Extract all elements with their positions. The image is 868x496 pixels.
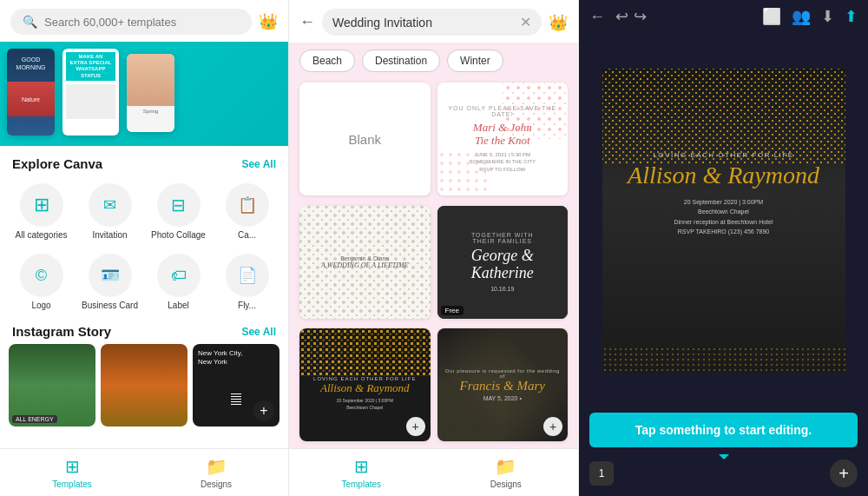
mid-search-wrap: Wedding Invitation ✕: [322, 9, 542, 36]
canvas-text-content: LOVING EACH OTHER FOR LIFE Allison & Ray…: [614, 151, 833, 237]
templates-icon-mid: ⊞: [354, 456, 369, 477]
mid-title: Wedding Invitation: [332, 16, 513, 30]
hero-card-3-img: [127, 54, 174, 106]
label-icon: 🏷: [157, 254, 201, 297]
template-grid: Blank YOU ONLY PLEASE SAVE THE DATE! Mar…: [289, 79, 578, 448]
add-button-card-4[interactable]: +: [406, 417, 425, 436]
explore-section-header: Explore Canva See All: [0, 146, 288, 178]
hero-card-1-text: GOOD MORNING: [7, 49, 55, 78]
template-card-2[interactable]: Benjamin & Diana A WEDDING OF A LIFETIME: [299, 206, 431, 319]
search-bar: 🔍 👑: [0, 0, 288, 42]
crown-icon: 👑: [259, 12, 278, 31]
category-logo[interactable]: © Logo: [9, 248, 74, 315]
templates-icon-left: ⊞: [65, 456, 80, 477]
template-blank[interactable]: Blank: [299, 83, 431, 195]
hero-card-1: GOOD MORNING Nature: [7, 49, 55, 136]
instagram-card-2[interactable]: [101, 344, 187, 427]
left-bottom-nav: ⊞ Templates 📁 Designs: [0, 448, 288, 496]
nav-templates-mid[interactable]: ⊞ Templates: [289, 449, 434, 496]
canvas-details: 20 September 2020 | 3:00PM Beechtown Cha…: [628, 197, 819, 236]
template-card-3[interactable]: TOGETHER WITHTHEIR FAMILIES George &Kath…: [437, 206, 569, 319]
filter-destination[interactable]: Destination: [362, 50, 440, 72]
instagram-row: ALL ENERGY New York City,New York +: [0, 344, 288, 427]
explore-title: Explore Canva: [12, 156, 102, 171]
category-business-card-label: Business Card: [82, 301, 138, 310]
designs-label-left: Designs: [201, 479, 232, 489]
search-input[interactable]: [44, 16, 240, 29]
canvas-main-name: Allison & Raymond: [628, 162, 819, 189]
search-icon: 🔍: [23, 15, 37, 29]
category-photo-collage-label: Photo Collage: [151, 230, 206, 240]
download-icon[interactable]: ⬇: [821, 7, 834, 26]
page-number-badge: 1: [589, 461, 614, 486]
filter-beach[interactable]: Beach: [299, 50, 355, 72]
instagram-title: Instagram Story: [12, 324, 111, 339]
designs-icon-left: 📁: [206, 456, 227, 477]
tooltip-triangle: [719, 454, 729, 460]
mid-bottom-nav: ⊞ Templates 📁 Designs: [289, 448, 578, 496]
nav-designs-left[interactable]: 📁 Designs: [144, 449, 288, 496]
hero-badge-text: MAKE AN EXTRA SPECIAL WHATSAPP STATUS: [66, 52, 115, 81]
insta-3-text: New York City,New York: [193, 344, 279, 373]
category-fly[interactable]: 📄 Fly...: [214, 248, 279, 315]
photo-collage-icon: ⊟: [157, 183, 201, 227]
category-fly-label: Fly...: [238, 301, 256, 310]
category-invitation[interactable]: ✉ Invitation: [77, 178, 142, 245]
filter-winter[interactable]: Winter: [447, 50, 503, 72]
template-card-4[interactable]: LOVING EACH OTHER FOR LIFE Allison & Ray…: [299, 328, 431, 441]
logo-icon: ©: [20, 254, 63, 297]
tap-container: Tap something to start editing.: [579, 407, 868, 454]
plus-button-insta[interactable]: +: [253, 400, 274, 421]
search-input-wrap[interactable]: 🔍: [10, 9, 252, 35]
category-all-label: All categories: [15, 230, 67, 240]
designs-label-mid: Designs: [490, 479, 522, 489]
upload-icon[interactable]: ⬆: [845, 7, 858, 26]
designs-icon-mid: 📁: [495, 456, 516, 477]
category-grid: ⊞ All categories ✉ Invitation ⊟ Photo Co…: [0, 178, 288, 315]
instagram-card-3[interactable]: New York City,New York +: [193, 344, 279, 427]
right-header: ← ↩ ↪ ⬜ 👥 ⬇ ⬆: [579, 0, 868, 33]
category-label-label: Label: [168, 301, 188, 310]
tap-banner[interactable]: Tap something to start editing.: [589, 413, 858, 447]
category-business-card[interactable]: 🪪 Business Card: [77, 248, 142, 315]
filter-row: Beach Destination Winter: [289, 43, 578, 79]
clear-button[interactable]: ✕: [520, 14, 531, 30]
canvas-card[interactable]: LOVING EACH OTHER FOR LIFE Allison & Ray…: [602, 69, 845, 373]
right-plus-button[interactable]: +: [830, 460, 858, 487]
right-header-icons: ⬜ 👥 ⬇ ⬆: [762, 7, 858, 26]
hero-banner: GOOD MORNING Nature MAKE AN EXTRA SPECIA…: [0, 42, 288, 146]
instagram-section-header: Instagram Story See All: [0, 315, 288, 344]
right-bottom: 1 +: [579, 454, 868, 496]
back-button-mid[interactable]: ←: [299, 13, 315, 31]
right-panel: ← ↩ ↪ ⬜ 👥 ⬇ ⬆ LOVING EACH OTHER FOR LIFE…: [579, 0, 868, 496]
free-badge-3: Free: [441, 306, 464, 315]
category-all[interactable]: ⊞ All categories: [9, 178, 74, 245]
category-invitation-label: Invitation: [92, 230, 127, 240]
see-all-instagram[interactable]: See All: [241, 326, 276, 338]
nav-templates-left[interactable]: ⊞ Templates: [0, 449, 144, 496]
all-categories-icon: ⊞: [20, 183, 63, 227]
templates-label-mid: Templates: [341, 479, 381, 489]
middle-panel: ← Wedding Invitation ✕ 👑 Beach Destinati…: [289, 0, 579, 496]
redo-icon[interactable]: ↪: [634, 7, 647, 26]
undo-icon[interactable]: ↩: [615, 7, 628, 26]
nav-designs-mid[interactable]: 📁 Designs: [434, 449, 579, 496]
crown-icon-mid: 👑: [549, 13, 568, 32]
template-card-1[interactable]: YOU ONLY PLEASE SAVE THE DATE! Mari & Jo…: [437, 83, 569, 195]
category-label[interactable]: 🏷 Label: [146, 248, 211, 315]
templates-label-left: Templates: [52, 479, 92, 489]
gold-dots-decoration: [602, 69, 845, 164]
copy-icon[interactable]: ⬜: [762, 7, 781, 26]
back-button-right[interactable]: ←: [589, 8, 605, 26]
business-card-icon: 🪪: [89, 254, 132, 297]
template-card-5[interactable]: Our pleasure is requested for the weddin…: [437, 328, 569, 441]
category-photo-collage[interactable]: ⊟ Photo Collage: [146, 178, 211, 245]
instagram-card-1[interactable]: ALL ENERGY: [9, 344, 95, 427]
see-all-explore[interactable]: See All: [241, 158, 276, 170]
insta-badge-1: ALL ENERGY: [12, 415, 57, 423]
canvas-subtitle: LOVING EACH OTHER FOR LIFE: [628, 151, 819, 159]
users-icon[interactable]: 👥: [792, 7, 811, 26]
blank-label: Blank: [348, 132, 381, 147]
category-ca[interactable]: 📋 Ca...: [214, 178, 279, 245]
invitation-icon: ✉: [89, 183, 132, 227]
